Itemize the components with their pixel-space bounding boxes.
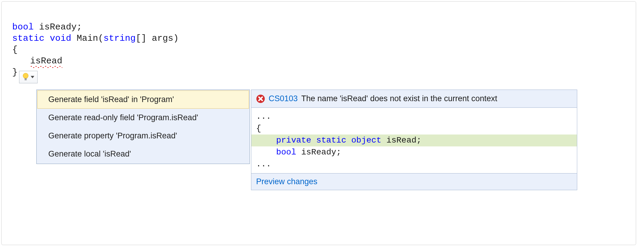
lightbulb-icon xyxy=(22,73,29,81)
preview-existing-line: bool isReady; xyxy=(251,146,577,158)
keyword-bool: bool xyxy=(12,22,34,32)
error-icon xyxy=(256,94,265,103)
quick-action-preview: CS0103 The name 'isRead' does not exist … xyxy=(251,90,577,190)
keyword-static: static xyxy=(12,33,44,43)
preview-added-line: private static object isRead; xyxy=(251,135,577,146)
quick-action-generate-field[interactable]: Generate field 'isRead' in 'Program' xyxy=(37,90,249,109)
preview-body: ... { private static object isRead; bool… xyxy=(251,108,577,173)
preview-brace-open: { xyxy=(251,123,577,135)
type-string: string xyxy=(103,33,136,43)
quick-action-generate-readonly-field[interactable]: Generate read-only field 'Program.isRead… xyxy=(37,109,249,127)
quick-actions-menu: Generate field 'isRead' in 'Program' Gen… xyxy=(36,90,250,164)
preview-ellipsis-top: ... xyxy=(251,111,577,123)
preview-header: CS0103 The name 'isRead' does not exist … xyxy=(251,90,577,108)
lightbulb-button[interactable] xyxy=(19,71,38,83)
quick-action-generate-property[interactable]: Generate property 'Program.isRead' xyxy=(37,127,249,145)
error-message: The name 'isRead' does not exist in the … xyxy=(301,94,497,103)
svg-rect-0 xyxy=(25,78,27,79)
code-line-2: static void Main(string[] args) xyxy=(12,33,179,43)
chevron-down-icon xyxy=(31,76,34,78)
svg-rect-1 xyxy=(25,79,27,80)
quick-action-generate-local[interactable]: Generate local 'isRead' xyxy=(37,145,249,163)
preview-changes-link[interactable]: Preview changes xyxy=(251,173,577,190)
preview-ellipsis-bottom: ... xyxy=(251,158,577,170)
code-line-1: bool isReady; xyxy=(12,22,82,32)
editor-frame: bool isReady; static void Main(string[] … xyxy=(1,1,636,245)
code-line-5: } xyxy=(12,67,18,77)
error-code[interactable]: CS0103 xyxy=(269,94,298,103)
error-identifier[interactable]: isRead xyxy=(30,55,62,67)
code-line-3: { xyxy=(12,45,18,55)
keyword-void: void xyxy=(50,33,71,43)
code-line-4: isRead xyxy=(12,56,62,66)
source-code: bool isReady; static void Main(string[] … xyxy=(2,3,636,78)
